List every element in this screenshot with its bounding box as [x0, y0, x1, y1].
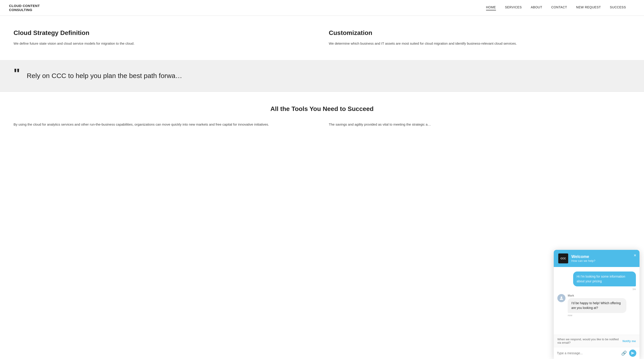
service-card-1: Cloud Strategy Definition We define futu… — [14, 29, 315, 46]
tools-heading: All the Tools You Need to Succeed — [14, 105, 630, 112]
quote-text: Rely on CCC to help you plan the best pa… — [27, 72, 182, 80]
service-card-2: Customization We determine which busines… — [329, 29, 630, 46]
site-logo[interactable]: CLOUD CONTENT CONSULTING — [9, 4, 45, 12]
tools-col2: The savings and agility provided as vita… — [329, 122, 630, 127]
main-nav: HOME SERVICES ABOUT CONTACT NEW REQUEST … — [486, 5, 626, 10]
header: CLOUD CONTENT CONSULTING HOME SERVICES A… — [0, 0, 644, 16]
service-1-title: Cloud Strategy Definition — [14, 29, 315, 36]
main-content: Cloud Strategy Definition We define futu… — [0, 16, 644, 141]
service-2-title: Customization — [329, 29, 630, 36]
quote-banner: " Rely on CCC to help you plan the best … — [0, 60, 644, 91]
nav-home[interactable]: HOME — [486, 5, 496, 10]
nav-success[interactable]: SUCCESS — [610, 5, 626, 10]
service-2-desc: We determine which business and IT asset… — [329, 40, 630, 46]
tools-col1: By using the cloud for analytics service… — [14, 122, 315, 127]
service-1-desc: We define future state vision and cloud … — [14, 40, 315, 46]
nav-new-request[interactable]: NEW REQUEST — [576, 5, 601, 10]
services-grid: Cloud Strategy Definition We define futu… — [14, 29, 630, 46]
quote-mark-icon: " — [14, 67, 20, 80]
nav-contact[interactable]: CONTACT — [551, 5, 567, 10]
tools-grid: By using the cloud for analytics service… — [14, 122, 630, 127]
nav-about[interactable]: ABOUT — [531, 5, 542, 10]
nav-services[interactable]: SERVICES — [505, 5, 522, 10]
tools-section: All the Tools You Need to Succeed By usi… — [14, 92, 630, 141]
